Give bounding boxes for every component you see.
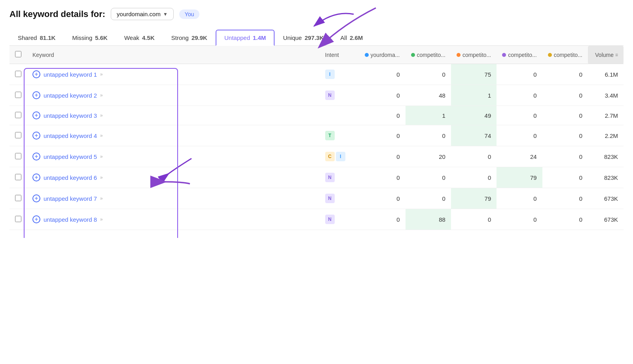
tab-shared[interactable]: Shared 81.1K xyxy=(9,30,64,45)
keyword-text: untapped keyword 8 xyxy=(44,216,97,223)
row-checkbox-1[interactable] xyxy=(15,71,21,77)
table-row: +untapped keyword 6 »N000790823K xyxy=(9,167,624,188)
volume-value: 823K xyxy=(588,167,624,188)
keyword-link-3[interactable]: +untapped keyword 3 » xyxy=(32,111,314,119)
c2-value: 0 xyxy=(451,167,497,188)
expand-arrows-icon: » xyxy=(100,72,103,77)
intent-badge-n: N xyxy=(325,173,335,182)
intent-badge-t: T xyxy=(325,131,335,140)
c1-value: 48 xyxy=(406,85,451,106)
volume-value: 823K xyxy=(588,146,624,167)
intent-cell: N xyxy=(320,209,359,230)
c1-dot xyxy=(411,53,415,57)
keyword-link-5[interactable]: +untapped keyword 5 » xyxy=(32,153,314,160)
page-title: All keyword details for: xyxy=(9,9,105,19)
c3-value: 0 xyxy=(497,188,542,209)
tab-weak[interactable]: Weak 4.5K xyxy=(116,30,163,45)
add-keyword-icon: + xyxy=(32,132,40,140)
table-row: +untapped keyword 4 »T0074002.2M xyxy=(9,125,624,146)
keyword-text: untapped keyword 4 xyxy=(44,132,97,139)
keyword-text: untapped keyword 5 xyxy=(44,153,97,160)
expand-arrows-icon: » xyxy=(100,217,103,222)
c3-value: 0 xyxy=(497,209,542,230)
intent-cell: T xyxy=(320,125,359,146)
table-row: +untapped keyword 8 »N088000673K xyxy=(9,209,624,230)
keyword-table: Keyword Intent yourdoma... xyxy=(9,46,624,230)
table-row: +untapped keyword 7 »N007900673K xyxy=(9,188,624,209)
domain-selector[interactable]: yourdomain.com ▼ xyxy=(111,8,174,20)
volume-value: 3.4M xyxy=(588,85,624,106)
expand-arrows-icon: » xyxy=(100,133,103,138)
tab-unique[interactable]: Unique 297.3K xyxy=(275,30,332,45)
tab-strong[interactable]: Strong 29.9K xyxy=(163,30,216,45)
row-checkbox-6[interactable] xyxy=(15,174,21,180)
c1-value: 1 xyxy=(406,106,451,125)
intent-badge-n: N xyxy=(325,91,335,100)
c1-value: 0 xyxy=(406,125,451,146)
add-keyword-icon: + xyxy=(32,153,40,160)
col-header-c4: competito... xyxy=(542,46,588,64)
c2-value: 79 xyxy=(451,188,497,209)
intent-cell: N xyxy=(320,167,359,188)
yourdomain-value: 0 xyxy=(359,85,406,106)
row-checkbox-8[interactable] xyxy=(15,216,21,222)
expand-arrows-icon: » xyxy=(100,92,103,98)
col-header-keyword: Keyword xyxy=(27,46,320,64)
volume-value: 673K xyxy=(588,209,624,230)
add-keyword-icon: + xyxy=(32,174,40,181)
add-keyword-icon: + xyxy=(32,194,40,202)
row-checkbox-5[interactable] xyxy=(15,153,21,159)
c2-value: 49 xyxy=(451,106,497,125)
select-all-checkbox[interactable] xyxy=(15,51,21,57)
keyword-text: untapped keyword 2 xyxy=(44,92,97,99)
sort-icon: ≡ xyxy=(615,52,618,58)
keyword-link-4[interactable]: +untapped keyword 4 » xyxy=(32,132,314,140)
c1-value: 88 xyxy=(406,209,451,230)
c4-value: 0 xyxy=(542,106,588,125)
col-header-intent: Intent xyxy=(320,46,359,64)
add-keyword-icon: + xyxy=(32,91,40,99)
row-checkbox-3[interactable] xyxy=(15,112,21,118)
row-checkbox-7[interactable] xyxy=(15,195,21,201)
col-header-yourdomain: yourdoma... xyxy=(359,46,406,64)
volume-value: 6.1M xyxy=(588,64,624,85)
c4-dot xyxy=(548,53,552,57)
c4-value: 0 xyxy=(542,167,588,188)
keyword-link-2[interactable]: +untapped keyword 2 » xyxy=(32,91,314,99)
yourdomain-value: 0 xyxy=(359,64,406,85)
intent-cell: I xyxy=(320,64,359,85)
intent-badge-i: I xyxy=(336,152,345,161)
intent-cell xyxy=(320,106,359,125)
expand-arrows-icon: » xyxy=(100,196,103,201)
yourdomain-value: 0 xyxy=(359,167,406,188)
tab-all[interactable]: All 2.6M xyxy=(332,30,371,45)
intent-badge-c: C xyxy=(325,152,335,161)
keyword-link-7[interactable]: +untapped keyword 7 » xyxy=(32,194,314,202)
yourdomain-value: 0 xyxy=(359,146,406,167)
table-row: +untapped keyword 1 »I0075006.1M xyxy=(9,64,624,85)
c2-value: 74 xyxy=(451,125,497,146)
c4-value: 0 xyxy=(542,125,588,146)
col-header-volume[interactable]: Volume ≡ xyxy=(588,46,624,64)
yourdomain-value: 0 xyxy=(359,125,406,146)
tab-untapped[interactable]: Untapped 1.4M xyxy=(216,30,275,46)
yourdomain-value: 0 xyxy=(359,188,406,209)
keyword-link-6[interactable]: +untapped keyword 6 » xyxy=(32,174,314,181)
add-keyword-icon: + xyxy=(32,70,40,78)
col-header-c2: competito... xyxy=(451,46,497,64)
c2-value: 0 xyxy=(451,209,497,230)
row-checkbox-2[interactable] xyxy=(15,92,21,98)
add-keyword-icon: + xyxy=(32,111,40,119)
row-checkbox-4[interactable] xyxy=(15,132,21,138)
keyword-link-8[interactable]: +untapped keyword 8 » xyxy=(32,215,314,223)
tab-missing[interactable]: Missing 5.6K xyxy=(64,30,116,45)
table-row: +untapped keyword 2 »N0481003.4M xyxy=(9,85,624,106)
keyword-link-1[interactable]: +untapped keyword 1 » xyxy=(32,70,314,78)
c3-dot xyxy=(502,53,506,57)
col-header-c1: competito... xyxy=(406,46,451,64)
col-header-c3: competito... xyxy=(497,46,542,64)
keyword-text: untapped keyword 7 xyxy=(44,195,97,202)
c4-value: 0 xyxy=(542,85,588,106)
c2-value: 1 xyxy=(451,85,497,106)
intent-badge-i: I xyxy=(325,70,335,79)
